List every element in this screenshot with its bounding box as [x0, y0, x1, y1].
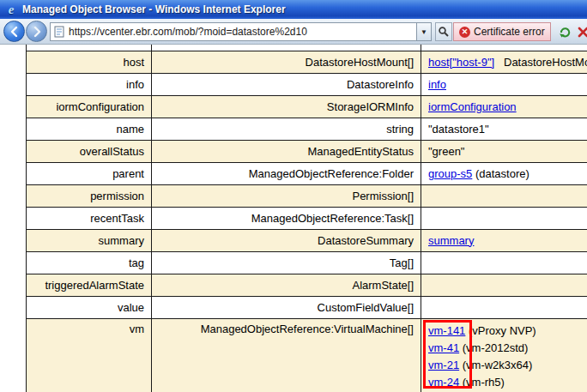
property-name-cell: triggeredAlarmState — [27, 274, 152, 296]
property-value-cell: info — [421, 73, 587, 95]
certificate-error-badge[interactable]: ✕ Certificate error — [453, 22, 551, 41]
value-line: host["host-9"] DatastoreHostMount — [428, 56, 587, 69]
property-type-cell: ManagedEntityStatus — [152, 140, 421, 162]
table-row: recentTaskManagedObjectReference:Task[] — [27, 207, 587, 229]
chevron-down-icon: ▼ — [421, 28, 427, 36]
magnifier-icon — [438, 26, 450, 38]
address-dropdown-button[interactable]: ▼ — [417, 22, 432, 41]
value-line: "datastore1" — [428, 123, 587, 136]
property-name-cell: value — [27, 296, 152, 318]
value-line: summary — [428, 234, 587, 247]
value-suffix: (vm-w2k3x64) — [459, 359, 532, 371]
property-type-cell: ManagedObjectReference:Folder — [152, 162, 421, 184]
table-row: tagTag[] — [27, 251, 587, 274]
value-suffix: DatastoreHostMount — [494, 56, 587, 69]
table-row: infoDatastoreInfoinfo — [27, 73, 587, 95]
property-name-cell: info — [27, 73, 152, 95]
mob-property-table: hostDatastoreHostMount[]host["host-9"] D… — [26, 45, 587, 392]
mob-link[interactable]: vm-24 — [428, 376, 459, 389]
stop-button[interactable] — [574, 22, 587, 41]
mob-link[interactable]: summary — [428, 234, 474, 247]
value-line: iormConfiguration — [428, 100, 587, 113]
table-row: iormConfigurationStorageIORMInfoiormConf… — [27, 95, 587, 118]
value-line: vm-24 (vm-rh5) — [428, 374, 587, 391]
internet-explorer-icon: e — [4, 3, 18, 16]
property-type-cell: DatastoreSummary — [152, 229, 421, 251]
value-suffix: (vm-2012std) — [459, 341, 528, 354]
property-type-cell — [152, 45, 421, 51]
property-name-cell: iormConfiguration — [27, 95, 152, 118]
forward-button[interactable] — [26, 21, 47, 42]
value-line: vm-41 (vm-2012std) — [428, 340, 587, 357]
property-name-cell: host — [27, 51, 152, 73]
address-url-text: https://vcenter.ebr.com/mob/?moid=datast… — [69, 26, 307, 38]
property-name-cell: name — [27, 118, 152, 140]
value-suffix: (vProxy NVP) — [465, 324, 536, 337]
back-button[interactable] — [3, 21, 25, 42]
value-text: "datastore1" — [428, 123, 489, 136]
value-line: vm-21 (vm-w2k3x64) — [428, 357, 587, 374]
property-name-cell — [27, 45, 152, 51]
browser-toolbar: https://vcenter.ebr.com/mob/?moid=datast… — [0, 19, 587, 45]
property-value-cell — [421, 296, 587, 318]
property-name-cell: tag — [27, 251, 152, 274]
property-value-cell — [421, 274, 587, 296]
property-type-cell: AlarmState[] — [152, 274, 421, 296]
property-value-cell — [421, 251, 587, 274]
property-name-cell: permission — [27, 184, 152, 207]
value-line: vm-141 (vProxy NVP) — [428, 323, 587, 340]
property-type-cell: Permission[] — [152, 184, 421, 207]
mob-link[interactable]: vm-21 — [428, 359, 459, 371]
mob-link[interactable]: group-s5 — [428, 167, 472, 180]
table-row: vmManagedObjectReference:VirtualMachine[… — [27, 318, 587, 392]
property-value-cell — [421, 45, 587, 51]
refresh-button[interactable] — [556, 22, 573, 41]
mob-table-body: hostDatastoreHostMount[]host["host-9"] D… — [27, 45, 587, 392]
property-name-cell: recentTask — [27, 207, 152, 229]
property-value-cell: iormConfiguration — [421, 95, 587, 118]
address-bar-input[interactable]: https://vcenter.ebr.com/mob/?moid=datast… — [50, 22, 417, 41]
property-type-cell: ManagedObjectReference:Task[] — [152, 207, 421, 229]
certificate-error-label: Certificate error — [474, 26, 545, 38]
table-row: triggeredAlarmStateAlarmState[] — [27, 274, 587, 296]
mob-link[interactable]: info — [428, 78, 446, 91]
partial-row — [27, 45, 587, 51]
property-type-cell: DatastoreInfo — [152, 73, 421, 95]
table-row: hostDatastoreHostMount[]host["host-9"] D… — [27, 51, 587, 73]
property-type-cell: StorageIORMInfo — [152, 95, 421, 118]
property-value-cell: summary — [421, 229, 587, 251]
property-value-cell: "green" — [421, 140, 587, 162]
value-line: group-s5 (datastore) — [428, 167, 587, 180]
table-row: overallStatusManagedEntityStatus"green" — [27, 140, 587, 162]
property-value-cell: host["host-9"] DatastoreHostMount — [421, 51, 587, 73]
property-type-cell: DatastoreHostMount[] — [152, 51, 421, 73]
property-value-cell: vm-141 (vProxy NVP)vm-41 (vm-2012std)vm-… — [421, 318, 587, 392]
stop-x-icon — [578, 27, 587, 38]
property-name-cell: parent — [27, 162, 152, 184]
property-name-cell: summary — [27, 229, 152, 251]
property-value-cell: group-s5 (datastore) — [421, 162, 587, 184]
mob-content-area: hostDatastoreHostMount[]host["host-9"] D… — [26, 45, 587, 392]
value-suffix: (vm-rh5) — [459, 376, 505, 389]
table-row: summaryDatastoreSummarysummary — [27, 229, 587, 251]
property-type-cell: string — [152, 118, 421, 140]
page-icon — [54, 26, 64, 38]
mob-link[interactable]: host["host-9"] — [428, 56, 494, 69]
table-row: permissionPermission[] — [27, 184, 587, 207]
table-row: namestring"datastore1" — [27, 118, 587, 140]
table-row: parentManagedObjectReference:Foldergroup… — [27, 162, 587, 184]
property-value-cell — [421, 184, 587, 207]
back-arrow-icon — [9, 26, 21, 38]
mob-link[interactable]: vm-41 — [428, 341, 459, 354]
property-type-cell: Tag[] — [152, 251, 421, 274]
refresh-icon — [559, 26, 572, 39]
property-name-cell: vm — [27, 318, 152, 392]
search-button[interactable] — [435, 22, 452, 41]
value-line: info — [428, 78, 587, 91]
mob-link[interactable]: vm-141 — [428, 324, 465, 337]
property-type-cell: ManagedObjectReference:VirtualMachine[] — [152, 318, 421, 392]
certificate-error-icon: ✕ — [459, 27, 470, 38]
property-value-cell: "datastore1" — [421, 118, 587, 140]
mob-link[interactable]: iormConfiguration — [428, 100, 517, 113]
window-title: Managed Object Browser - Windows Interne… — [22, 3, 286, 15]
